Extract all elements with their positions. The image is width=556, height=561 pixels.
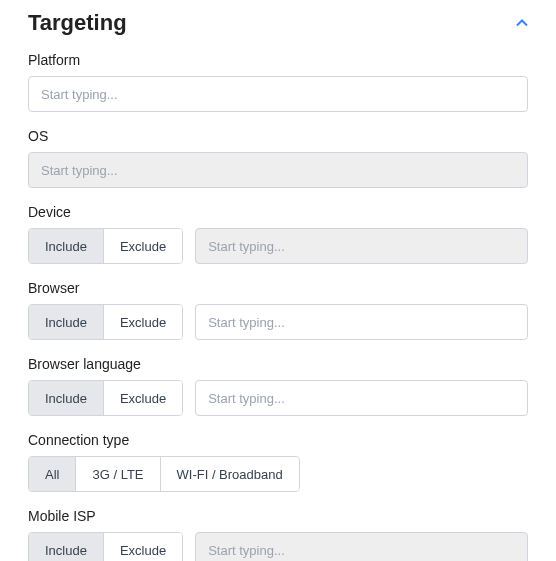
platform-label: Platform: [28, 52, 528, 68]
connection-type-label: Connection type: [28, 432, 528, 448]
browser-include-button[interactable]: Include: [29, 305, 104, 339]
device-toggle-group: Include Exclude: [28, 228, 183, 264]
os-input[interactable]: [28, 152, 528, 188]
browser-language-input[interactable]: [195, 380, 528, 416]
platform-input[interactable]: [28, 76, 528, 112]
section-title: Targeting: [28, 10, 127, 36]
mobile-isp-field: Mobile ISP Include Exclude: [28, 508, 528, 561]
browser-toggle-group: Include Exclude: [28, 304, 183, 340]
mobile-isp-input[interactable]: [195, 532, 528, 561]
connection-wifi-button[interactable]: WI-FI / Broadband: [161, 457, 299, 491]
connection-3g-button[interactable]: 3G / LTE: [76, 457, 160, 491]
browser-input[interactable]: [195, 304, 528, 340]
connection-type-field: Connection type All 3G / LTE WI-FI / Bro…: [28, 432, 528, 492]
device-input[interactable]: [195, 228, 528, 264]
section-header: Targeting: [28, 10, 528, 36]
browser-language-include-button[interactable]: Include: [29, 381, 104, 415]
os-label: OS: [28, 128, 528, 144]
mobile-isp-include-button[interactable]: Include: [29, 533, 104, 561]
device-exclude-button[interactable]: Exclude: [104, 229, 182, 263]
platform-field: Platform: [28, 52, 528, 112]
device-label: Device: [28, 204, 528, 220]
browser-language-toggle-group: Include Exclude: [28, 380, 183, 416]
mobile-isp-label: Mobile ISP: [28, 508, 528, 524]
browser-label: Browser: [28, 280, 528, 296]
connection-type-toggle-group: All 3G / LTE WI-FI / Broadband: [28, 456, 300, 492]
mobile-isp-toggle-group: Include Exclude: [28, 532, 183, 561]
browser-language-exclude-button[interactable]: Exclude: [104, 381, 182, 415]
device-include-button[interactable]: Include: [29, 229, 104, 263]
connection-all-button[interactable]: All: [29, 457, 76, 491]
browser-language-label: Browser language: [28, 356, 528, 372]
mobile-isp-exclude-button[interactable]: Exclude: [104, 533, 182, 561]
browser-language-field: Browser language Include Exclude: [28, 356, 528, 416]
chevron-up-icon[interactable]: [516, 16, 528, 30]
browser-exclude-button[interactable]: Exclude: [104, 305, 182, 339]
browser-field: Browser Include Exclude: [28, 280, 528, 340]
device-field: Device Include Exclude: [28, 204, 528, 264]
os-field: OS: [28, 128, 528, 188]
